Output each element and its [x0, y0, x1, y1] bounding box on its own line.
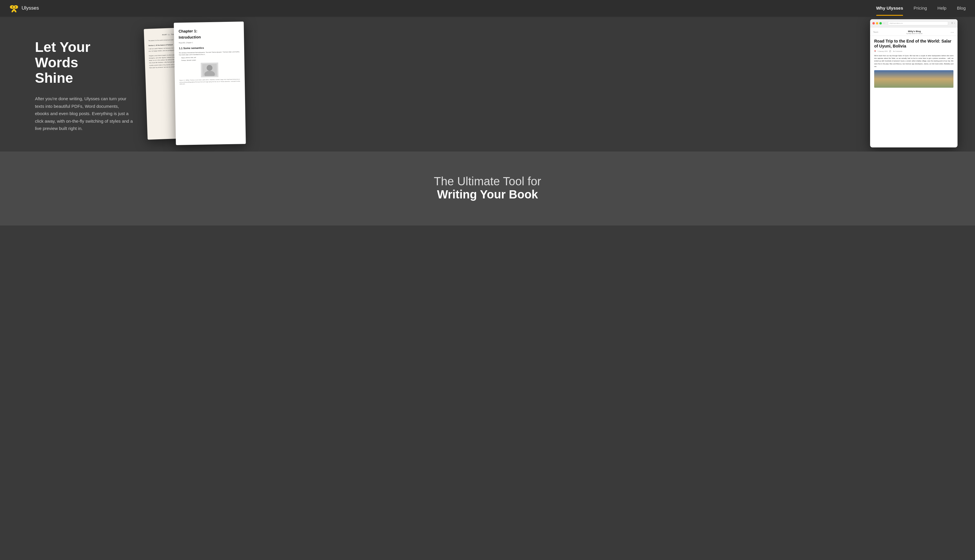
browser-nav-buttons: ‹ ›	[883, 22, 885, 25]
blog-post-image	[874, 70, 953, 88]
hero-title: Let Your WordsShine	[35, 40, 134, 86]
logo-text: Ulysses	[22, 5, 39, 11]
figure-portrait	[202, 64, 217, 76]
calendar-icon: 📅	[874, 50, 876, 52]
traffic-light-green	[880, 22, 882, 25]
nav-link-blog[interactable]: Blog	[957, 5, 966, 12]
blog-post-body: We're back from our trip through Salar o…	[874, 55, 953, 68]
url-bar[interactable]: millysblog.wordpress.com	[888, 21, 948, 25]
browser-action-buttons: ⬆ +	[951, 22, 955, 25]
doc-chapter-card: Chapter 1:Introduction Read B5, Chapter …	[174, 22, 246, 145]
doc-blog-card: ‹ › millysblog.wordpress.com ⬆ +	[870, 19, 958, 147]
back-icon: ‹	[883, 22, 884, 25]
blog-post-meta: 📅 5 January 2021 💬 No Comments	[874, 50, 953, 52]
svg-point-0	[12, 7, 13, 8]
nav-item-help[interactable]: Help	[937, 5, 947, 11]
chapter-body: We introduce hereclassical thermodynamic…	[179, 51, 240, 56]
chapter-read-label: Read B5, Chapter 1	[178, 40, 239, 44]
nav-link-pricing[interactable]: Pricing	[913, 5, 927, 12]
logo-link[interactable]: Ulysses	[9, 3, 39, 13]
nav-link-help[interactable]: Help	[937, 5, 947, 12]
hero-body: After you're done writing, Ulysses can t…	[35, 95, 134, 132]
blog-menu-icon[interactable]: ···	[950, 30, 954, 34]
chapter-bullet-2: δυναμις, dynamic: power.	[182, 58, 240, 62]
blog-header: Search Milly's Blog by Milly Bloom & Fri…	[870, 27, 958, 36]
post-date: 5 January 2021	[878, 50, 888, 52]
chapter-figure-caption: Figure 1.1: William Thomson (Lord Kelvin…	[180, 79, 240, 85]
nav-links: Why Ulysses Pricing Help Blog	[876, 5, 966, 11]
forward-icon: ›	[884, 22, 885, 25]
blog-search-icon[interactable]: Search	[873, 30, 878, 34]
hero-section: Let Your WordsShine After you're done wr…	[0, 0, 975, 152]
bottom-section: The Ultimate Tool for Writing Your Book	[0, 152, 975, 225]
chapter-title: Chapter 1:Introduction	[178, 27, 240, 40]
search-label: Search	[873, 31, 878, 33]
blog-toolbar: ‹ › millysblog.wordpress.com ⬆ +	[870, 19, 958, 27]
hero-content: Let Your WordsShine After you're done wr…	[0, 16, 134, 152]
url-text: millysblog.wordpress.com	[889, 22, 903, 24]
nav-link-why-ulysses[interactable]: Why Ulysses	[876, 5, 903, 12]
navigation: Ulysses Why Ulysses Pricing Help Blog	[0, 0, 975, 16]
nav-item-blog[interactable]: Blog	[957, 5, 966, 11]
bottom-line1: The Ultimate Tool for	[434, 175, 541, 188]
traffic-light-red	[872, 22, 875, 25]
blog-post-title: Road Trip to the End of the World: Salar…	[874, 39, 953, 49]
logo-icon	[9, 3, 18, 13]
bottom-line2: Writing Your Book	[437, 188, 538, 201]
blog-name: Milly's Blog	[878, 30, 950, 33]
chapter-section-head: 1.1 Some semantics	[179, 45, 240, 51]
add-tab-icon: +	[954, 22, 955, 25]
nav-item-pricing[interactable]: Pricing	[913, 5, 927, 11]
bottom-title: The Ultimate Tool for Writing Your Book	[9, 175, 966, 201]
traffic-light-yellow	[876, 22, 878, 25]
blog-body: Road Trip to the End of the World: Salar…	[870, 36, 958, 91]
chapter-content: Chapter 1:Introduction Read B5, Chapter …	[174, 22, 245, 91]
blog-title-block: Milly's Blog by Milly Bloom & Friends	[878, 30, 950, 34]
post-comments: No Comments	[893, 50, 902, 52]
share-icon: ⬆	[951, 22, 953, 25]
chapter-figure	[201, 63, 218, 78]
blog-tagline: by Milly Bloom & Friends	[878, 33, 950, 34]
hero-documents: PART 1: THIS WORLD "Be patient, for the …	[134, 16, 975, 152]
nav-item-why-ulysses[interactable]: Why Ulysses	[876, 5, 903, 11]
comments-icon: 💬	[889, 50, 891, 52]
svg-point-1	[15, 7, 16, 8]
